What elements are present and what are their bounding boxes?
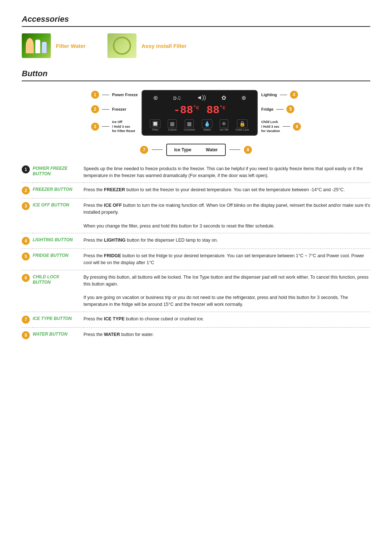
desc-title-cell-7: ICE TYPE BUTTON <box>33 312 83 327</box>
desc-title-cell-4: LIGHTING BUTTON <box>33 233 83 249</box>
label-ice-type: Ice Type <box>174 147 191 152</box>
keyword-icetype: ICE TYPE <box>104 316 124 321</box>
right-labels: Lighting 4 Fridge 5 Child Lock/ Hold 3 s… <box>261 88 301 138</box>
temp-left: -88°c <box>173 104 199 116</box>
circle-7: 7 <box>140 146 148 154</box>
desc-content-2: Press the FREEZER button to set the free… <box>83 183 370 198</box>
panel-full-wrapper: 1 Power Freeze 2 Freezer 3 Ice Off/ Hold… <box>22 88 370 156</box>
button-section-divider <box>22 81 370 81</box>
desc-title-3: ICE OFF BUTTON <box>33 202 69 208</box>
circle-6: 6 <box>293 123 301 131</box>
desc-num-4: 4 <box>22 233 33 249</box>
left-label-2: 2 Freezer <box>91 105 138 113</box>
label-water-btn: Water <box>203 128 211 131</box>
circle-8: 8 <box>244 146 252 154</box>
right-label-6: Child Lock/ Hold 3 secfor Vacation 6 <box>261 120 301 134</box>
label-power-freeze: Power Freeze <box>112 93 138 97</box>
desc-content-1: Speeds up the time needed to freeze prod… <box>83 162 370 183</box>
panel-bottom-row: 🔲 Filter ▦ Cubed ▩ Crushed 💧 Water <box>147 119 252 131</box>
label-iceoff: Ice Off <box>220 128 228 131</box>
descriptions-table: 1 POWER FREEZEBUTTON Speeds up the time … <box>22 162 370 343</box>
panel-btn-iceoff: ❄ Ice Off <box>220 119 228 131</box>
label-crushed: Crushed <box>184 128 195 131</box>
keyword-water: WATER <box>104 332 120 337</box>
desc-title-5: FRIDGE BUTTON <box>33 253 68 258</box>
arrow-7 <box>152 149 163 150</box>
keyword-fridge: FRIDGE <box>104 253 121 258</box>
desc-num-8: 8 <box>22 327 33 343</box>
desc-num-1: 1 <box>22 162 33 183</box>
desc-title-cell-5: FRIDGE BUTTON <box>33 249 83 270</box>
circle-3: 3 <box>91 123 99 131</box>
desc-content-5: Press the FRIDGE button to set the fridg… <box>83 249 370 270</box>
temp-right: 88°c <box>207 104 226 116</box>
left-label-1: 1 Power Freeze <box>91 91 138 99</box>
label-freezer: Freezer <box>112 107 126 111</box>
desc-row-4: 4 LIGHTING BUTTON Press the LIGHTING but… <box>22 233 370 249</box>
assy-filter-image <box>107 33 136 58</box>
desc-title-4: LIGHTING BUTTON <box>33 237 73 242</box>
desc-num-7: 7 <box>22 312 33 327</box>
desc-circle-4: 4 <box>22 237 30 245</box>
keyword-freezer: FREEZER <box>104 187 125 192</box>
icon-filter: 🔲 <box>150 119 160 128</box>
panel-btn-water: 💧 Water <box>202 119 212 131</box>
keyword-iceoff: ICE OFF <box>104 203 122 208</box>
desc-num-2: 2 <box>22 183 33 198</box>
desc-circle-3: 3 <box>22 202 30 210</box>
control-panel: ⊛ ᴅ♫ ◄)) ✿ ⊕ -88°c 88°c 🔲 Filter <box>142 90 258 136</box>
icon-sun: ✿ <box>221 94 226 101</box>
desc-num-5: 5 <box>22 249 33 270</box>
label-child-lock: Child Lock/ Hold 3 secfor Vacation <box>261 120 280 134</box>
desc-title-8: WATER BUTTON <box>33 332 68 337</box>
desc-title-cell-3: ICE OFF BUTTON <box>33 198 83 233</box>
icon-water: 💧 <box>202 119 212 128</box>
assy-circle <box>113 37 131 55</box>
arrow-4 <box>280 95 287 95</box>
accessory-assy-filter: Assy install Filter <box>107 33 187 58</box>
label-filter: Filter <box>152 128 159 131</box>
desc-title-cell-2: FREEZER BUTTON <box>33 183 83 198</box>
desc-row-6: 6 CHILD LOCKBUTTON By pressing this butt… <box>22 270 370 312</box>
desc-content-3: Press the ICE OFF button to turn the ice… <box>83 198 370 233</box>
desc-circle-7: 7 <box>22 316 30 324</box>
arrow-3 <box>102 126 109 127</box>
circle-4: 4 <box>290 91 298 99</box>
panel-btn-crushed: ▩ Crushed <box>184 119 195 131</box>
desc-title-1: POWER FREEZEBUTTON <box>33 166 68 176</box>
arrow-2 <box>102 109 109 110</box>
arrow-8 <box>229 149 240 150</box>
icon-crushed: ▩ <box>185 119 194 128</box>
button-section: Button 1 Power Freeze 2 Freezer 3 I <box>22 69 370 343</box>
desc-title-cell-1: POWER FREEZEBUTTON <box>33 162 83 183</box>
label-water: Water <box>206 147 218 152</box>
icon-target: ⊕ <box>241 94 246 101</box>
desc-title-2: FREEZER BUTTON <box>33 187 72 192</box>
filter-water-label: Filter Water <box>56 43 86 49</box>
desc-row-1: 1 POWER FREEZEBUTTON Speeds up the time … <box>22 162 370 183</box>
accessories-row: Filter Water Assy install Filter <box>22 33 370 58</box>
desc-title-7: ICE TYPE BUTTON <box>33 316 72 321</box>
filter-water-image <box>22 33 51 58</box>
desc-circle-5: 5 <box>22 253 30 260</box>
desc-row-8: 8 WATER BUTTON Press the WATER button fo… <box>22 327 370 343</box>
right-label-4: Lighting 4 <box>261 91 301 99</box>
arrow-1 <box>102 95 109 95</box>
accessory-filter-water: Filter Water <box>22 33 86 58</box>
panel-btn-childlock: 🔒 Child Lock <box>236 119 249 131</box>
accessories-section: Accessories Filter Water Assy install Fi… <box>22 15 370 58</box>
desc-circle-1: 1 <box>22 165 30 173</box>
circle-2: 2 <box>91 105 99 113</box>
desc-content-6: By pressing this button, all buttons wil… <box>83 270 370 312</box>
label-cubed: Cubed <box>168 128 177 131</box>
desc-content-7: Press the ICE TYPE button to choose cube… <box>83 312 370 327</box>
desc-row-3: 3 ICE OFF BUTTON Press the ICE OFF butto… <box>22 198 370 233</box>
bottom-row-wrapper: 7 Ice Type Water 8 <box>140 144 252 156</box>
desc-title-cell-8: WATER BUTTON <box>33 327 83 343</box>
label-lighting: Lighting <box>261 93 277 97</box>
desc-row-7: 7 ICE TYPE BUTTON Press the ICE TYPE but… <box>22 312 370 327</box>
label-childlock: Child Lock <box>236 128 249 131</box>
icon-cubed: ▦ <box>168 119 177 128</box>
circle-1: 1 <box>91 91 99 99</box>
desc-content-8: Press the WATER button for water. <box>83 327 370 343</box>
